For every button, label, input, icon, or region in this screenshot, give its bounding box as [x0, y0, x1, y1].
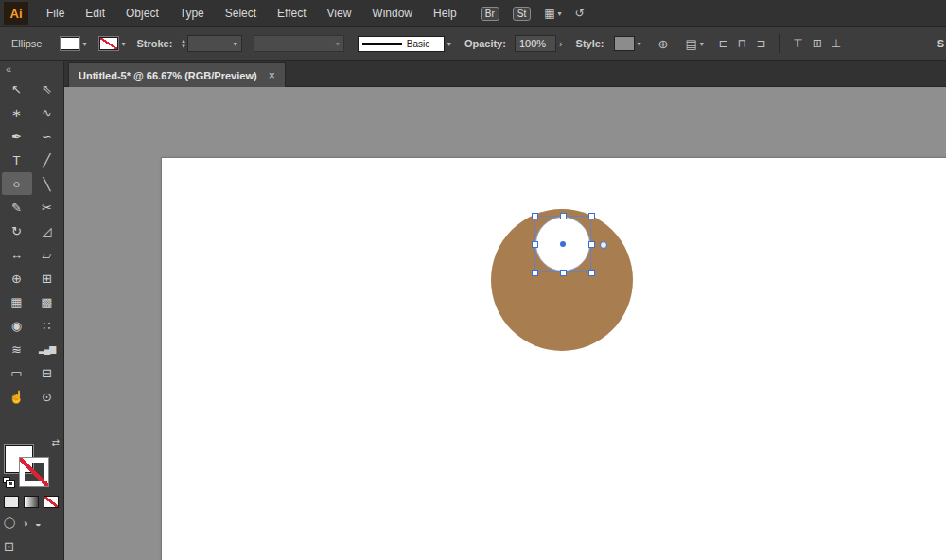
- pen-tool[interactable]: ✒: [2, 125, 32, 148]
- menu-effect[interactable]: Effect: [267, 0, 316, 26]
- stock-badge-icon[interactable]: St: [513, 7, 531, 21]
- workspace-chevron-icon[interactable]: ▾: [558, 9, 562, 18]
- blend-tool[interactable]: ∷: [32, 314, 62, 337]
- menu-type[interactable]: Type: [169, 0, 215, 26]
- eyedropper-tool-icon: ◉: [11, 319, 22, 333]
- selection-tool[interactable]: ↖: [2, 78, 32, 100]
- sync-settings-icon[interactable]: ↺: [575, 7, 585, 20]
- gradient-tool[interactable]: ▩: [32, 290, 62, 313]
- magic-wand-tool[interactable]: ∗: [2, 101, 32, 124]
- direct-selection-tool[interactable]: ⇖: [32, 78, 62, 100]
- chevron-down-icon: ▾: [336, 40, 340, 48]
- width-tool[interactable]: ↔: [2, 243, 32, 266]
- stroke-color-well[interactable]: [20, 458, 48, 486]
- context-label: Ellipse: [11, 38, 42, 49]
- transform-panel-icon[interactable]: ▤: [685, 37, 696, 51]
- stroke-weight-stepper[interactable]: ▴ ▾: [182, 38, 185, 49]
- fill-stroke-controls: ⇄ ◯ ◑ ◒ ⊡: [0, 437, 64, 560]
- symbol-sprayer-tool[interactable]: ≋: [2, 338, 32, 360]
- collapse-panel-icon[interactable]: «: [0, 61, 63, 78]
- stroke-weight-dropdown[interactable]: ▾: [187, 35, 242, 52]
- perspective-grid-tool-icon: ⊞: [42, 271, 52, 286]
- stroke-color-dropdown[interactable]: ▾: [99, 37, 125, 50]
- selection-handle-ne[interactable]: [588, 213, 595, 219]
- workspace-switcher-icon[interactable]: ▦: [544, 7, 554, 20]
- brush-definition-dropdown[interactable]: Basic ▾: [358, 36, 451, 52]
- scissors-tool[interactable]: ✂: [32, 196, 62, 219]
- close-icon[interactable]: ×: [269, 69, 275, 82]
- menu-view[interactable]: View: [317, 0, 362, 26]
- gradient-button[interactable]: [24, 496, 39, 508]
- align-bottom-icon[interactable]: ⊥: [832, 37, 841, 50]
- chevron-down-icon[interactable]: ▾: [638, 40, 641, 48]
- zoom-tool[interactable]: ⊙: [32, 385, 62, 408]
- screen-mode-button[interactable]: ⊡: [4, 539, 14, 553]
- shaper-tool[interactable]: ✎: [2, 196, 32, 219]
- draw-behind-icon[interactable]: ◑: [22, 517, 28, 529]
- menu-help[interactable]: Help: [423, 0, 467, 26]
- brush-stroke-preview-icon: [362, 43, 402, 45]
- divider: [779, 34, 780, 53]
- lasso-tool[interactable]: ∿: [32, 101, 62, 124]
- menu-edit[interactable]: Edit: [75, 0, 115, 26]
- selection-handle-s[interactable]: [560, 270, 567, 276]
- align-center-horizontal-icon[interactable]: ⊓: [738, 37, 746, 50]
- graphic-style-swatch[interactable]: [614, 36, 635, 51]
- scale-tool[interactable]: ◿: [32, 219, 62, 242]
- paintbrush-tool-icon: ╲: [44, 177, 51, 191]
- none-button[interactable]: [44, 496, 59, 508]
- type-tool[interactable]: T: [2, 149, 32, 171]
- perspective-grid-tool[interactable]: ⊞: [32, 267, 62, 289]
- curvature-tool[interactable]: ∽: [32, 125, 62, 148]
- align-left-icon[interactable]: ⊏: [719, 37, 728, 50]
- eyedropper-tool[interactable]: ◉: [2, 314, 32, 337]
- menu-select[interactable]: Select: [215, 0, 267, 26]
- menu-window[interactable]: Window: [361, 0, 423, 26]
- rotate-tool[interactable]: ↻: [2, 219, 32, 242]
- selection-handle-n[interactable]: [560, 213, 567, 219]
- shape-builder-tool[interactable]: ⊕: [2, 267, 32, 289]
- canvas-area[interactable]: [64, 87, 946, 560]
- mesh-tool[interactable]: ▦: [2, 290, 32, 313]
- draw-normal-icon[interactable]: ◯: [4, 516, 15, 529]
- opacity-panel-arrow-icon[interactable]: ›: [559, 38, 563, 49]
- menu-object[interactable]: Object: [115, 0, 169, 26]
- line-segment-tool[interactable]: ╱: [32, 149, 62, 171]
- selection-handle-e[interactable]: [588, 241, 595, 248]
- stepper-down-icon[interactable]: ▾: [182, 44, 185, 49]
- default-fill-stroke-icon[interactable]: [3, 477, 15, 487]
- selection-handle-sw[interactable]: [532, 270, 538, 276]
- draw-inside-icon[interactable]: ◒: [35, 517, 42, 529]
- magic-wand-tool-icon: ∗: [11, 106, 22, 120]
- pen-tool-icon: ✒: [11, 130, 22, 144]
- artboard-tool[interactable]: ▭: [2, 361, 32, 384]
- live-shape-widget[interactable]: [600, 241, 607, 249]
- selection-handle-nw[interactable]: [532, 213, 538, 219]
- swap-fill-stroke-icon[interactable]: ⇄: [52, 437, 60, 447]
- selection-handle-se[interactable]: [588, 270, 595, 276]
- width-profile-dropdown[interactable]: ▾: [254, 35, 344, 52]
- free-transform-tool[interactable]: ▱: [32, 243, 62, 266]
- ellipse-tool-icon: ○: [13, 177, 21, 191]
- width-tool-icon: ↔: [10, 248, 23, 262]
- opacity-input[interactable]: 100%: [515, 35, 556, 52]
- slice-tool[interactable]: ⊟: [32, 361, 62, 384]
- chevron-down-icon: ▾: [234, 40, 237, 48]
- menu-file[interactable]: File: [36, 0, 75, 26]
- hand-tool[interactable]: ☝: [2, 385, 32, 408]
- align-top-icon[interactable]: ⊤: [793, 37, 802, 50]
- align-right-icon[interactable]: ⊐: [756, 37, 765, 50]
- document-setup-globe-icon[interactable]: ⊕: [658, 37, 669, 51]
- truncated-label: S: [937, 38, 944, 49]
- column-graph-tool[interactable]: ▂▄▆: [32, 338, 62, 360]
- color-button[interactable]: [4, 496, 19, 508]
- bridge-badge-icon[interactable]: Br: [481, 7, 499, 21]
- paintbrush-tool[interactable]: ╲: [32, 172, 62, 195]
- fill-color-dropdown[interactable]: ▾: [61, 37, 86, 50]
- ellipse-tool[interactable]: ○: [2, 172, 32, 195]
- chevron-down-icon[interactable]: ▾: [700, 40, 704, 48]
- align-center-vertical-icon[interactable]: ⊞: [813, 37, 822, 50]
- document-tab[interactable]: Untitled-5* @ 66.67% (RGB/Preview) ×: [68, 62, 286, 87]
- shape-center-point[interactable]: [560, 241, 566, 247]
- selection-handle-w[interactable]: [532, 241, 538, 248]
